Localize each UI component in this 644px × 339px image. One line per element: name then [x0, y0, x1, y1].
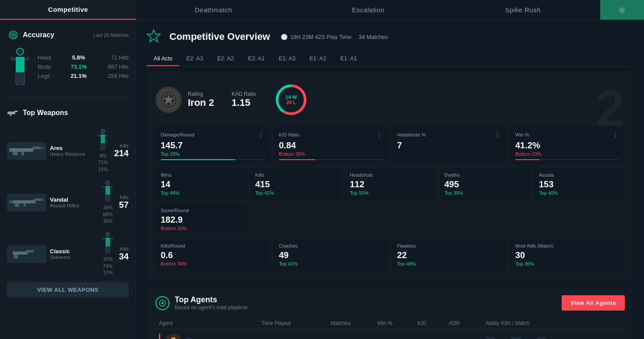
deaths-label: Deaths	[444, 172, 460, 178]
win-pct-bar	[515, 159, 619, 160]
agents-table: Agent Time Played Matches Win % K/D ADR …	[155, 318, 625, 339]
nav-item-escalation[interactable]: Escalation	[291, 0, 445, 20]
nav-spike-rush-label: Spike Rush	[505, 6, 541, 14]
headshots-value: 112	[350, 179, 430, 189]
tab-e1-a3[interactable]: E1: A3	[272, 52, 303, 66]
weapons-section: Top Weapons Ares Heavy Weapons	[7, 107, 129, 297]
damage-round-menu[interactable]: ⋮	[257, 130, 265, 139]
agents-title: Top Agents	[175, 295, 249, 304]
tabs-row: All Acts E2: A3 E2: A2 E2: A1 E1: A3 E1:…	[147, 52, 633, 66]
weapon-img-classic	[7, 245, 46, 263]
svg-rect-39	[106, 246, 107, 253]
weapon-breakdown-ares: 8% 71% 21%	[95, 129, 111, 173]
headshots-pct-menu[interactable]: ⋮	[494, 130, 501, 139]
headshots-label: Headshots	[350, 172, 373, 178]
nav-item-spike-rush[interactable]: Spike Rush	[446, 0, 600, 20]
svg-rect-10	[14, 111, 18, 112]
kd-ratio-value: 0.84	[279, 140, 383, 150]
classic-legs-pct: 17%	[103, 269, 113, 276]
col-kd: K/D	[414, 318, 445, 329]
stat-kills: Kills 415 Top 42%	[250, 168, 341, 200]
raze-ability1-icon: 🔧	[486, 337, 495, 339]
kd-ratio-menu[interactable]: ⋮	[376, 130, 383, 139]
win-pct-menu[interactable]: ⋮	[612, 130, 619, 139]
deaths-sub: Top 39%	[444, 190, 525, 196]
main-layout: Accuracy Last 20 Matches	[0, 20, 644, 339]
stats-grid-row3: Kills/Round 0.6 Bottom 34% Clutches 49 T…	[155, 239, 625, 271]
svg-rect-36	[14, 255, 18, 259]
col-time-played: Time Played	[258, 318, 327, 329]
overview-card: 2 Rating Iron 2	[147, 73, 633, 280]
accuracy-title: Accuracy	[23, 31, 54, 39]
svg-rect-35	[26, 250, 34, 252]
stat-flawless: Flawless 22 Top 48%	[392, 239, 507, 271]
view-all-agents-button[interactable]: View All Agents	[562, 295, 625, 311]
svg-rect-29	[106, 186, 110, 195]
accuracy-row-body: Body 73.1% 887 Hits	[38, 63, 129, 70]
nav-item-deathmatch[interactable]: Deathmatch	[136, 0, 291, 20]
win-pct-sub: Bottom 23%	[515, 151, 619, 157]
rating-value: Iron 2	[188, 97, 214, 108]
accuracy-header: Accuracy Last 20 Matches	[7, 29, 129, 41]
tab-e2-a1[interactable]: E2: A1	[241, 52, 271, 66]
view-all-weapons-button[interactable]: View All Weapons	[7, 282, 129, 297]
weapon-item-classic: Classic Sidearms 10% 74% 17%	[7, 228, 129, 280]
weapon-name-classic: Classic	[50, 248, 97, 255]
divider	[7, 98, 129, 98]
raze-avatar	[165, 334, 181, 339]
weapon-kills-vandal: Kills 57	[119, 195, 129, 210]
kills-round-sub: Bottom 34%	[161, 261, 265, 266]
main-content: Competitive Overview 🕐 19H 23M 42S Play …	[136, 20, 644, 339]
most-kills-value: 30	[515, 250, 619, 260]
ares-legs-pct: 21%	[98, 166, 108, 173]
nav-item-unrated[interactable]: ⊕	[600, 0, 644, 20]
ares-kills-count: 214	[114, 148, 129, 158]
matches-badge: 34 Matches	[359, 34, 388, 40]
raze-role-icon: ✕	[185, 337, 194, 339]
overview-title: Competitive Overview	[169, 31, 270, 42]
svg-marker-43	[147, 30, 160, 42]
svg-rect-24	[34, 199, 43, 201]
tab-all-acts[interactable]: All Acts	[147, 52, 179, 66]
tab-e2-a2[interactable]: E2: A2	[210, 52, 241, 66]
legs-label: Legs	[38, 73, 55, 79]
svg-rect-18	[101, 134, 105, 143]
tab-e1-a1[interactable]: E1: A1	[333, 52, 364, 66]
weapon-kills-classic: Kills 34	[119, 246, 129, 262]
nav-item-competitive[interactable]: Competitive	[0, 0, 136, 20]
col-adr: ADR	[445, 318, 482, 329]
win-pct-value: 41.2%	[515, 140, 619, 150]
agents-subtitle: Based on agent's total playtime.	[175, 304, 249, 311]
rating-label: Rating	[188, 91, 214, 97]
col-ability-kills: Ability Kills / Match	[482, 318, 625, 329]
table-row-raze: ✕ Raze 11h 09m 41s 20 50.0% 0.94 149.1 🔧…	[155, 329, 625, 339]
svg-rect-22	[106, 135, 108, 136]
agents-section: Top Agents Based on agent's total playti…	[147, 287, 633, 339]
rating-row: Rating Iron 2 KAD Ratio 1.15	[155, 82, 625, 117]
classic-kills-label: Kills	[119, 246, 129, 252]
svg-point-3	[17, 48, 24, 55]
raze-ability3-icon: 🎯	[537, 337, 546, 339]
stat-assists: Assists 153 Top 40%	[534, 168, 625, 200]
flawless-value: 22	[397, 250, 501, 260]
ares-head-pct: 8%	[99, 153, 106, 159]
weapon-kills-ares: Kills 214	[114, 143, 129, 158]
body-hits: 887 Hits	[108, 63, 129, 70]
accuracy-subtitle: Last 20 Matches	[93, 32, 129, 38]
stat-score-round: Score/Round 182.9 Bottom 33%	[155, 203, 246, 235]
kd-ratio-bar-fill	[279, 159, 315, 160]
kad-block: KAD Ratio 1.15	[232, 91, 256, 108]
svg-point-2	[12, 34, 14, 36]
overview-icon	[147, 29, 162, 45]
vandal-body-pct: 68%	[103, 211, 113, 218]
wl-inner: 14 W 20 L	[285, 94, 297, 105]
svg-rect-11	[10, 114, 11, 116]
kd-ratio-label: K/D Ratio	[279, 132, 299, 137]
svg-rect-34	[13, 252, 28, 255]
kd-ratio-bar	[279, 159, 383, 160]
raze-kd: 0.94	[414, 329, 445, 339]
tab-e2-a3[interactable]: E2: A3	[179, 52, 210, 66]
tab-e1-a2[interactable]: E1: A2	[303, 52, 333, 66]
kills-sub: Top 42%	[255, 190, 336, 196]
weapons-icon	[7, 107, 19, 119]
